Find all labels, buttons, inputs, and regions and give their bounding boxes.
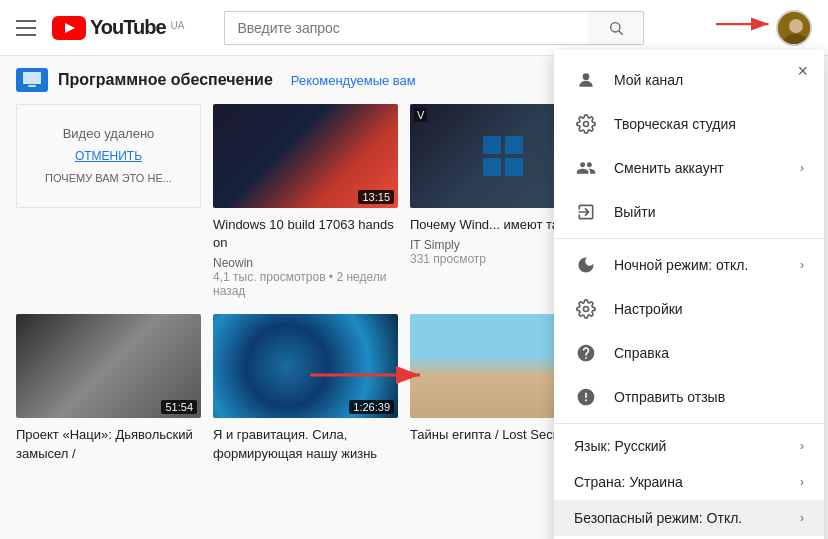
- svg-point-7: [789, 19, 803, 33]
- svg-rect-12: [505, 136, 523, 154]
- why-action[interactable]: ПОЧЕМУ ВАМ ЭТО НЕ...: [45, 171, 172, 185]
- undo-action[interactable]: ОТМЕНИТЬ: [75, 149, 142, 163]
- svg-point-19: [584, 307, 589, 312]
- video-info-row2-1: Я и гравитация. Сила, формирующая нашу ж…: [213, 418, 398, 462]
- dropdown-item-feedback[interactable]: Отправить отзыв: [554, 375, 824, 419]
- deleted-text: Видео удалено: [63, 126, 155, 141]
- country-label: Страна: Украина: [574, 474, 800, 490]
- dropdown-item-safe-mode[interactable]: Безопасный режим: Откл. ›: [554, 500, 824, 536]
- logo[interactable]: YouTube UA: [52, 16, 184, 40]
- duration-0: 13:15: [358, 190, 394, 204]
- user-dropdown-menu: × Мой канал Творческая студия Сменить ак…: [554, 50, 824, 539]
- night-mode-icon: [574, 253, 598, 277]
- video-card-row2-1[interactable]: 1:26:39 Я и гравитация. Сила, формирующа…: [213, 314, 398, 466]
- video-info-0: Windows 10 build 17063 hands on Neowin 4…: [213, 208, 398, 298]
- svg-rect-13: [483, 158, 501, 176]
- svg-rect-11: [483, 136, 501, 154]
- person-icon: [574, 68, 598, 92]
- switch-account-arrow: ›: [800, 161, 804, 175]
- dropdown-item-language[interactable]: Язык: Русский ›: [554, 428, 824, 464]
- svg-point-17: [583, 73, 590, 80]
- dropdown-item-logout[interactable]: Выйти: [554, 190, 824, 234]
- header: YouTube UA: [0, 0, 828, 56]
- video-meta-0: 4,1 тыс. просмотров • 2 недели назад: [213, 270, 398, 298]
- language-label: Язык: Русский: [574, 438, 800, 454]
- logout-label: Выйти: [614, 204, 804, 220]
- top-arrow-indicator: [716, 14, 776, 34]
- night-mode-arrow: ›: [800, 258, 804, 272]
- svg-line-3: [619, 31, 623, 35]
- section-subtitle: Рекомендуемые вам: [291, 73, 416, 88]
- svg-point-18: [584, 122, 589, 127]
- svg-rect-14: [505, 158, 523, 176]
- video-title-0: Windows 10 build 17063 hands on: [213, 216, 398, 252]
- settings-icon: [574, 297, 598, 321]
- header-left: YouTube UA: [16, 16, 184, 40]
- gear-studio-icon: [574, 112, 598, 136]
- video-channel-0: Neowin: [213, 256, 398, 270]
- svg-rect-9: [23, 72, 41, 84]
- dropdown-item-settings[interactable]: Настройки: [554, 287, 824, 331]
- deleted-video-card: Видео удалено ОТМЕНИТЬ ПОЧЕМУ ВАМ ЭТО НЕ…: [16, 104, 201, 298]
- bottom-arrow-indicator: [310, 363, 430, 387]
- logo-text: YouTube: [90, 16, 166, 39]
- feedback-icon: [574, 385, 598, 409]
- video-card-0[interactable]: 13:15 Windows 10 build 17063 hands on Ne…: [213, 104, 398, 298]
- feedback-label: Отправить отзыв: [614, 389, 804, 405]
- video-info-row2-0: Проект «Наци»: Дьявольский замысел /: [16, 418, 201, 462]
- computer-icon: [21, 72, 43, 88]
- video-card-row2-0[interactable]: 51:54 Проект «Наци»: Дьявольский замысел…: [16, 314, 201, 466]
- video-title-row2-1: Я и гравитация. Сила, формирующая нашу ж…: [213, 426, 398, 462]
- dropdown-item-studio[interactable]: Творческая студия: [554, 102, 824, 146]
- my-channel-label: Мой канал: [614, 72, 804, 88]
- switch-account-label: Сменить аккаунт: [614, 160, 800, 176]
- header-right: [776, 10, 812, 46]
- country-arrow: ›: [800, 475, 804, 489]
- video-thumb-0: 13:15: [213, 104, 398, 208]
- video-title-row2-0: Проект «Наци»: Дьявольский замысел /: [16, 426, 201, 462]
- night-mode-label: Ночной режим: откл.: [614, 257, 800, 273]
- help-label: Справка: [614, 345, 804, 361]
- dropdown-item-help[interactable]: Справка: [554, 331, 824, 375]
- video-thumb-row2-0: 51:54: [16, 314, 201, 418]
- search-input[interactable]: [224, 11, 588, 45]
- search-bar: [224, 11, 644, 45]
- logout-icon: [574, 200, 598, 224]
- help-icon: [574, 341, 598, 365]
- svg-point-2: [611, 22, 620, 31]
- duration-row2-1: 1:26:39: [349, 400, 394, 414]
- dropdown-item-country[interactable]: Страна: Украина ›: [554, 464, 824, 500]
- studio-label: Творческая студия: [614, 116, 804, 132]
- windows-logo-icon: [478, 131, 528, 181]
- language-arrow: ›: [800, 439, 804, 453]
- svg-rect-10: [28, 85, 36, 87]
- divider-1: [554, 238, 824, 239]
- dropdown-item-night-mode[interactable]: Ночной режим: откл. ›: [554, 243, 824, 287]
- youtube-logo-icon: [52, 16, 86, 40]
- dropdown-item-switch-account[interactable]: Сменить аккаунт ›: [554, 146, 824, 190]
- search-button[interactable]: [588, 11, 644, 45]
- hamburger-button[interactable]: [16, 20, 36, 36]
- divider-2: [554, 423, 824, 424]
- safe-mode-arrow: ›: [800, 511, 804, 525]
- deleted-thumb: Видео удалено ОТМЕНИТЬ ПОЧЕМУ ВАМ ЭТО НЕ…: [16, 104, 201, 208]
- settings-label: Настройки: [614, 301, 804, 317]
- avatar[interactable]: [776, 10, 812, 46]
- safe-mode-label: Безопасный режим: Откл.: [574, 510, 800, 526]
- logo-badge: UA: [171, 20, 185, 31]
- section-icon: [16, 68, 48, 92]
- switch-account-icon: [574, 156, 598, 180]
- search-icon: [608, 20, 624, 36]
- avatar-image: [778, 12, 812, 46]
- dropdown-item-my-channel[interactable]: Мой канал: [554, 58, 824, 102]
- section-title: Программное обеспечение: [58, 71, 273, 89]
- duration-row2-0: 51:54: [161, 400, 197, 414]
